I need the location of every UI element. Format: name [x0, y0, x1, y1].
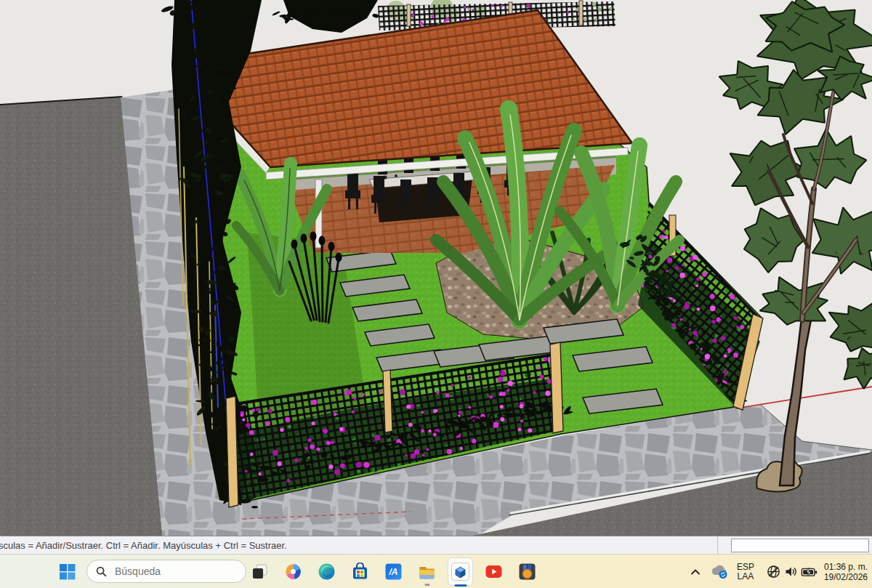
time-text: 01:36 p. m.	[824, 562, 868, 572]
taskbar: /A	[0, 554, 872, 588]
start-button[interactable]	[58, 563, 76, 581]
status-hint-text: sculas = Añadir/Sustraer. Ctrl = Añadir.…	[0, 540, 287, 551]
clock[interactable]: 01:36 p. m. 19/02/2026	[824, 562, 868, 582]
onedrive-icon[interactable]	[711, 565, 730, 579]
task-view-button[interactable]	[251, 563, 269, 581]
copilot-icon	[284, 563, 302, 581]
edge-icon	[318, 563, 336, 581]
taskbar-app-icons: /A	[251, 555, 536, 588]
language-line2: LAA	[737, 572, 754, 581]
windows-logo-icon	[59, 563, 76, 580]
youtube-icon	[485, 563, 503, 581]
language-line1: ESP	[737, 563, 754, 572]
blue-slash-a-app-icon: /A	[384, 563, 403, 581]
microsoft-store-icon	[351, 563, 369, 581]
language-indicator[interactable]: ESP LAA	[737, 563, 754, 581]
search-input[interactable]	[113, 565, 225, 578]
microsoft-store-button[interactable]	[351, 563, 369, 581]
tray-chevron-up-icon[interactable]	[690, 568, 701, 576]
volume-icon[interactable]	[783, 564, 799, 579]
svg-text:/A: /A	[389, 567, 398, 577]
file-explorer-button[interactable]	[418, 563, 436, 581]
medal-app-button[interactable]	[518, 563, 536, 581]
sketchup-icon	[451, 563, 469, 581]
running-indicator	[424, 584, 429, 586]
measurements-input[interactable]	[731, 539, 869, 552]
search-box[interactable]	[86, 560, 246, 583]
battery-charging-icon[interactable]	[801, 565, 818, 579]
sketchup-viewport[interactable]	[0, 0, 872, 536]
youtube-button[interactable]	[485, 563, 503, 581]
task-view-icon	[251, 563, 269, 581]
status-divider	[717, 536, 718, 554]
edge-button[interactable]	[318, 563, 336, 581]
desktop-screen: sculas = Añadir/Sustraer. Ctrl = Añadir.…	[0, 0, 872, 588]
network-globe-icon[interactable]	[766, 564, 781, 579]
status-bar: sculas = Añadir/Sustraer. Ctrl = Añadir.…	[0, 536, 872, 554]
medal-app-icon	[518, 563, 536, 581]
active-indicator	[454, 584, 467, 587]
file-explorer-icon	[418, 563, 436, 581]
system-tray: ESP LAA 01:36 p. m. 19/02/2026	[690, 555, 868, 588]
sketchup-button-active[interactable]	[448, 557, 473, 586]
copilot-button[interactable]	[284, 563, 302, 581]
search-icon	[96, 566, 107, 577]
blue-slash-a-app-button[interactable]: /A	[384, 563, 403, 581]
fence-post	[383, 370, 392, 432]
date-text: 19/02/2026	[824, 572, 868, 582]
